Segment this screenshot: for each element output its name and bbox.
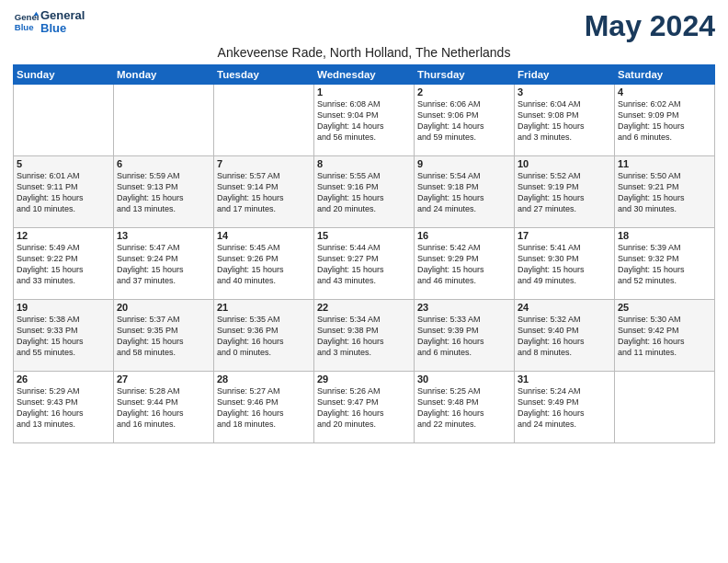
day-number: 25 (618, 302, 711, 313)
week-row-1: 1Sunrise: 6:08 AM Sunset: 9:04 PM Daylig… (14, 85, 715, 156)
calendar-cell (114, 85, 214, 156)
day-number: 8 (317, 158, 411, 169)
day-info: Sunrise: 5:57 AM Sunset: 9:14 PM Dayligh… (217, 170, 311, 215)
calendar-cell (14, 85, 114, 156)
day-info: Sunrise: 5:38 AM Sunset: 9:33 PM Dayligh… (17, 314, 110, 359)
calendar-cell: 2Sunrise: 6:06 AM Sunset: 9:06 PM Daylig… (415, 85, 515, 156)
col-sunday: Sunday (14, 65, 114, 85)
logo-line2: Blue (40, 22, 85, 35)
week-row-3: 12Sunrise: 5:49 AM Sunset: 9:22 PM Dayli… (14, 228, 715, 300)
calendar-cell: 16Sunrise: 5:42 AM Sunset: 9:29 PM Dayli… (415, 228, 515, 300)
day-number: 24 (518, 302, 611, 313)
day-info: Sunrise: 5:33 AM Sunset: 9:39 PM Dayligh… (417, 314, 511, 359)
calendar-cell: 12Sunrise: 5:49 AM Sunset: 9:22 PM Dayli… (14, 228, 114, 300)
calendar-cell: 27Sunrise: 5:28 AM Sunset: 9:44 PM Dayli… (114, 372, 214, 443)
calendar-cell: 23Sunrise: 5:33 AM Sunset: 9:39 PM Dayli… (415, 300, 515, 372)
day-info: Sunrise: 5:42 AM Sunset: 9:29 PM Dayligh… (417, 242, 511, 287)
day-info: Sunrise: 5:28 AM Sunset: 9:44 PM Dayligh… (117, 385, 210, 431)
day-number: 26 (17, 373, 110, 385)
day-info: Sunrise: 6:06 AM Sunset: 9:06 PM Dayligh… (417, 98, 511, 144)
day-info: Sunrise: 5:29 AM Sunset: 9:43 PM Dayligh… (17, 385, 110, 431)
calendar-cell (615, 372, 715, 443)
col-thursday: Thursday (415, 65, 515, 85)
day-number: 21 (217, 302, 311, 313)
header: General Blue General Blue May 2024 (13, 9, 715, 43)
calendar-cell: 13Sunrise: 5:47 AM Sunset: 9:24 PM Dayli… (114, 228, 214, 300)
week-row-2: 5Sunrise: 6:01 AM Sunset: 9:11 PM Daylig… (14, 156, 715, 228)
calendar-cell: 19Sunrise: 5:38 AM Sunset: 9:33 PM Dayli… (14, 300, 114, 372)
col-friday: Friday (515, 65, 615, 85)
calendar-cell: 28Sunrise: 5:27 AM Sunset: 9:46 PM Dayli… (214, 372, 314, 443)
day-number: 13 (117, 230, 210, 241)
subtitle: Ankeveense Rade, North Holland, The Neth… (13, 45, 715, 60)
day-number: 14 (217, 230, 311, 241)
calendar-cell: 6Sunrise: 5:59 AM Sunset: 9:13 PM Daylig… (114, 156, 214, 228)
day-info: Sunrise: 5:47 AM Sunset: 9:24 PM Dayligh… (117, 242, 210, 287)
day-info: Sunrise: 5:24 AM Sunset: 9:49 PM Dayligh… (518, 385, 611, 431)
calendar-cell: 17Sunrise: 5:41 AM Sunset: 9:30 PM Dayli… (515, 228, 615, 300)
day-number: 28 (217, 373, 311, 385)
day-number: 1 (317, 86, 411, 98)
calendar-table: Sunday Monday Tuesday Wednesday Thursday… (13, 64, 715, 443)
calendar-cell: 7Sunrise: 5:57 AM Sunset: 9:14 PM Daylig… (214, 156, 314, 228)
day-number: 2 (417, 86, 511, 98)
calendar-cell: 11Sunrise: 5:50 AM Sunset: 9:21 PM Dayli… (615, 156, 715, 228)
calendar-cell: 30Sunrise: 5:25 AM Sunset: 9:48 PM Dayli… (415, 372, 515, 443)
week-row-5: 26Sunrise: 5:29 AM Sunset: 9:43 PM Dayli… (14, 372, 715, 443)
day-number: 31 (518, 373, 611, 385)
day-number: 19 (17, 302, 110, 313)
day-number: 29 (317, 373, 411, 385)
day-info: Sunrise: 5:34 AM Sunset: 9:38 PM Dayligh… (317, 314, 411, 359)
day-number: 10 (518, 158, 611, 169)
day-number: 11 (618, 158, 711, 169)
header-row: Sunday Monday Tuesday Wednesday Thursday… (14, 65, 715, 85)
day-info: Sunrise: 5:41 AM Sunset: 9:30 PM Dayligh… (518, 242, 611, 287)
day-number: 12 (17, 230, 110, 241)
day-info: Sunrise: 5:32 AM Sunset: 9:40 PM Dayligh… (518, 314, 611, 359)
day-number: 9 (417, 158, 511, 169)
month-title: May 2024 (585, 9, 715, 43)
col-monday: Monday (114, 65, 214, 85)
day-info: Sunrise: 5:59 AM Sunset: 9:13 PM Dayligh… (117, 170, 210, 215)
day-info: Sunrise: 5:39 AM Sunset: 9:32 PM Dayligh… (618, 242, 711, 287)
day-info: Sunrise: 5:37 AM Sunset: 9:35 PM Dayligh… (117, 314, 210, 359)
col-saturday: Saturday (615, 65, 715, 85)
calendar-cell: 9Sunrise: 5:54 AM Sunset: 9:18 PM Daylig… (415, 156, 515, 228)
day-info: Sunrise: 5:45 AM Sunset: 9:26 PM Dayligh… (217, 242, 311, 287)
day-info: Sunrise: 5:52 AM Sunset: 9:19 PM Dayligh… (518, 170, 611, 215)
day-number: 30 (417, 373, 511, 385)
calendar-cell: 5Sunrise: 6:01 AM Sunset: 9:11 PM Daylig… (14, 156, 114, 228)
day-number: 7 (217, 158, 311, 169)
day-info: Sunrise: 5:27 AM Sunset: 9:46 PM Dayligh… (217, 385, 311, 431)
calendar-cell: 21Sunrise: 5:35 AM Sunset: 9:36 PM Dayli… (214, 300, 314, 372)
logo-line1: General (40, 9, 85, 22)
calendar-cell: 31Sunrise: 5:24 AM Sunset: 9:49 PM Dayli… (515, 372, 615, 443)
week-row-4: 19Sunrise: 5:38 AM Sunset: 9:33 PM Dayli… (14, 300, 715, 372)
day-info: Sunrise: 5:35 AM Sunset: 9:36 PM Dayligh… (217, 314, 311, 359)
calendar-cell: 4Sunrise: 6:02 AM Sunset: 9:09 PM Daylig… (615, 85, 715, 156)
day-number: 16 (417, 230, 511, 241)
day-info: Sunrise: 5:49 AM Sunset: 9:22 PM Dayligh… (17, 242, 110, 287)
day-info: Sunrise: 6:08 AM Sunset: 9:04 PM Dayligh… (317, 98, 411, 144)
calendar-cell: 14Sunrise: 5:45 AM Sunset: 9:26 PM Dayli… (214, 228, 314, 300)
calendar-cell: 29Sunrise: 5:26 AM Sunset: 9:47 PM Dayli… (314, 372, 415, 443)
day-number: 3 (518, 86, 611, 98)
calendar-cell: 1Sunrise: 6:08 AM Sunset: 9:04 PM Daylig… (314, 85, 415, 156)
day-number: 23 (417, 302, 511, 313)
day-number: 27 (117, 373, 210, 385)
day-info: Sunrise: 5:55 AM Sunset: 9:16 PM Dayligh… (317, 170, 411, 215)
calendar-cell: 15Sunrise: 5:44 AM Sunset: 9:27 PM Dayli… (314, 228, 415, 300)
calendar-cell: 25Sunrise: 5:30 AM Sunset: 9:42 PM Dayli… (615, 300, 715, 372)
day-info: Sunrise: 5:44 AM Sunset: 9:27 PM Dayligh… (317, 242, 411, 287)
logo-icon: General Blue (13, 9, 39, 35)
day-number: 20 (117, 302, 210, 313)
day-number: 22 (317, 302, 411, 313)
day-number: 4 (618, 86, 711, 98)
calendar-cell: 24Sunrise: 5:32 AM Sunset: 9:40 PM Dayli… (515, 300, 615, 372)
day-info: Sunrise: 5:26 AM Sunset: 9:47 PM Dayligh… (317, 385, 411, 431)
day-info: Sunrise: 6:04 AM Sunset: 9:08 PM Dayligh… (518, 98, 611, 144)
svg-text:Blue: Blue (15, 22, 34, 32)
calendar-cell (214, 85, 314, 156)
calendar-cell: 8Sunrise: 5:55 AM Sunset: 9:16 PM Daylig… (314, 156, 415, 228)
calendar-cell: 26Sunrise: 5:29 AM Sunset: 9:43 PM Dayli… (14, 372, 114, 443)
